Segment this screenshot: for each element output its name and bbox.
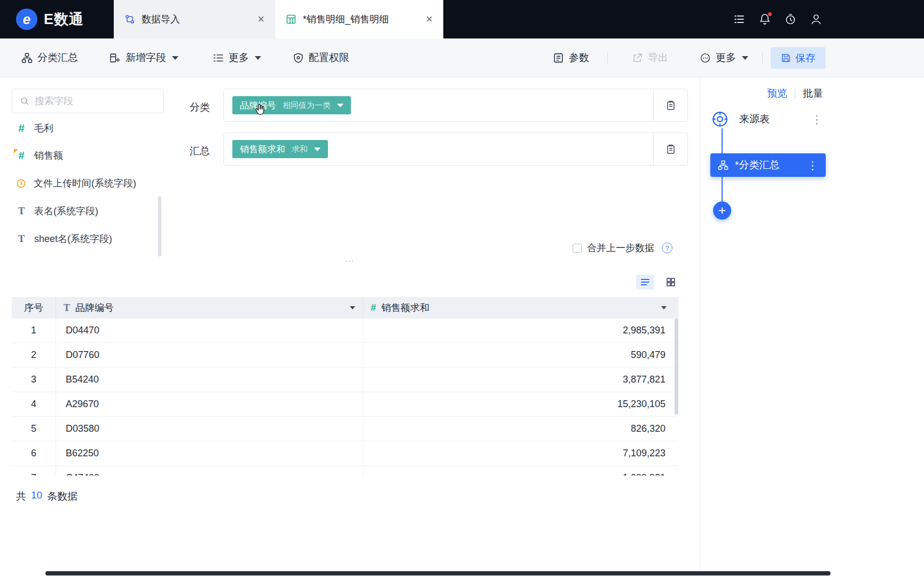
pill-hint: 求和: [292, 144, 308, 154]
record-count: 共 10 条数据: [16, 489, 77, 503]
table-row[interactable]: 1 D04470 2,985,391: [12, 318, 678, 343]
flow-panel-tabs: 预览 批量: [767, 87, 823, 100]
table-row[interactable]: 4 A29670 15,230,105: [12, 392, 678, 417]
field-item-gross-profit[interactable]: # 毛利: [16, 116, 163, 140]
number-type-icon: #: [371, 302, 376, 314]
more-button-right[interactable]: 更多: [700, 38, 748, 77]
cell-index: 6: [12, 441, 56, 465]
close-icon[interactable]: ×: [257, 13, 264, 25]
field-item-table-name[interactable]: T 表名(系统字段): [16, 199, 163, 223]
tab-preview[interactable]: 预览: [767, 87, 787, 100]
chevron-down-icon: [172, 56, 178, 60]
app-window: e E数通 数据导入 × *销售明细_销售明细 ×: [0, 0, 924, 576]
close-icon[interactable]: ×: [426, 13, 433, 25]
plus-icon: +: [718, 204, 726, 217]
chevron-down-icon[interactable]: [337, 104, 343, 107]
horizontal-scrollbar[interactable]: [45, 571, 831, 575]
toolbar-divider: [607, 52, 608, 65]
sidebar-scrollbar[interactable]: [158, 196, 161, 256]
merge-label: 合并上一步数据: [587, 242, 654, 254]
field-item-upload-time[interactable]: 文件上传时间(系统字段): [16, 172, 163, 195]
summary-pill[interactable]: 销售额求和 求和: [232, 140, 328, 158]
subtotal-label: 分类汇总: [37, 51, 78, 65]
tab-batch[interactable]: 批量: [803, 87, 823, 100]
kebab-menu-icon[interactable]: ⋮: [811, 114, 826, 125]
bell-icon[interactable]: [758, 13, 771, 26]
add-node-button[interactable]: +: [713, 201, 731, 220]
field-item-sales[interactable]: # 销售额: [16, 144, 163, 167]
row-view-toggle[interactable]: [636, 275, 654, 290]
task-list-icon[interactable]: [733, 13, 746, 26]
filter-caret-icon[interactable]: [350, 306, 355, 309]
record-count-suffix: 条数据: [47, 489, 77, 503]
number-field-icon: #: [16, 122, 27, 135]
history-clock-icon[interactable]: [784, 13, 797, 26]
source-table-node[interactable]: 来源表 ⋮: [710, 108, 826, 130]
cell-sum: 1,299,921: [363, 466, 674, 476]
topbar: e E数通 数据导入 × *销售明细_销售明细 ×: [0, 0, 924, 38]
search-icon: [20, 96, 29, 106]
col-sum-label: 销售额求和: [381, 301, 429, 314]
data-import-icon: [124, 14, 135, 25]
more-button-left[interactable]: 更多: [213, 38, 261, 77]
cell-brand: D04470: [56, 318, 363, 343]
text-field-icon: T: [16, 233, 27, 245]
cell-brand: D03580: [56, 417, 363, 441]
text-type-icon: T: [64, 302, 70, 314]
tab-data-import[interactable]: 数据导入 ×: [114, 0, 275, 38]
add-field-button[interactable]: 新增字段: [109, 38, 178, 77]
col-brand-header: T 品牌编号: [56, 297, 363, 318]
clock-icon: [16, 178, 26, 189]
shield-icon: [293, 52, 304, 64]
permissions-label: 配置权限: [309, 51, 349, 65]
collapse-handle[interactable]: ⋯: [336, 255, 363, 267]
result-table: 序号 T 品牌编号 # 销售额求和 1 D04470 2,985,391 2 D…: [12, 297, 678, 476]
subtotal-node-label: *分类汇总: [735, 158, 779, 172]
export-button[interactable]: 导出: [632, 38, 668, 77]
help-icon[interactable]: ?: [662, 243, 672, 253]
merge-option: 合并上一步数据 ?: [573, 242, 672, 254]
table-icon: [286, 14, 296, 25]
col-index-header: 序号: [12, 297, 56, 318]
kebab-menu-icon[interactable]: ⋮: [807, 160, 818, 171]
table-row[interactable]: 3 B54240 3,877,821: [12, 368, 678, 392]
paste-button[interactable]: [653, 133, 687, 165]
export-label: 导出: [648, 51, 668, 65]
toolbar: 分类汇总 新增字段 更多 配置权限 参数: [0, 38, 924, 77]
tab-sales-detail[interactable]: *销售明细_销售明细 ×: [275, 0, 443, 38]
user-icon[interactable]: [810, 13, 823, 26]
table-row[interactable]: 2 D07760 590,479: [12, 343, 678, 368]
cell-index: 3: [12, 368, 56, 392]
merge-checkbox[interactable]: [573, 244, 582, 253]
category-pill[interactable]: 品牌编号 相同值为一类: [232, 96, 351, 114]
chevron-down-icon: [255, 56, 261, 60]
document-icon: [553, 52, 564, 64]
field-item-sheet-name[interactable]: T sheet名(系统字段): [16, 227, 163, 251]
chevron-down-icon[interactable]: [314, 147, 320, 151]
more-left-label: 更多: [229, 51, 249, 65]
cell-sum: 2,985,391: [363, 318, 674, 343]
cell-sum: 826,320: [363, 417, 674, 441]
card-view-toggle[interactable]: [662, 275, 680, 290]
cell-brand: D07760: [56, 343, 363, 367]
table-header: 序号 T 品牌编号 # 销售额求和: [12, 297, 678, 318]
paste-button[interactable]: [653, 89, 687, 121]
record-count-number: 10: [31, 489, 42, 503]
field-search-input[interactable]: [35, 96, 156, 107]
field-label: sheet名(系统字段): [34, 232, 112, 245]
cell-index: 1: [12, 318, 56, 343]
table-row[interactable]: 6 B62250 7,109,223: [12, 441, 678, 466]
table-row[interactable]: 5 D03580 826,320: [12, 417, 678, 441]
clipboard-icon: [665, 144, 676, 154]
params-label: 参数: [569, 51, 589, 65]
subtotal-button[interactable]: 分类汇总: [21, 38, 78, 77]
table-scrollbar[interactable]: [675, 318, 678, 415]
filter-caret-icon[interactable]: [661, 306, 667, 309]
cell-index: 5: [12, 417, 56, 441]
params-button[interactable]: 参数: [553, 38, 589, 77]
permissions-button[interactable]: 配置权限: [293, 38, 349, 77]
save-button[interactable]: 保存: [771, 47, 826, 69]
target-icon: [710, 110, 730, 129]
subtotal-node[interactable]: *分类汇总 ⋮: [710, 153, 826, 177]
table-row[interactable]: 7 C47400 1,299,921: [12, 466, 678, 476]
